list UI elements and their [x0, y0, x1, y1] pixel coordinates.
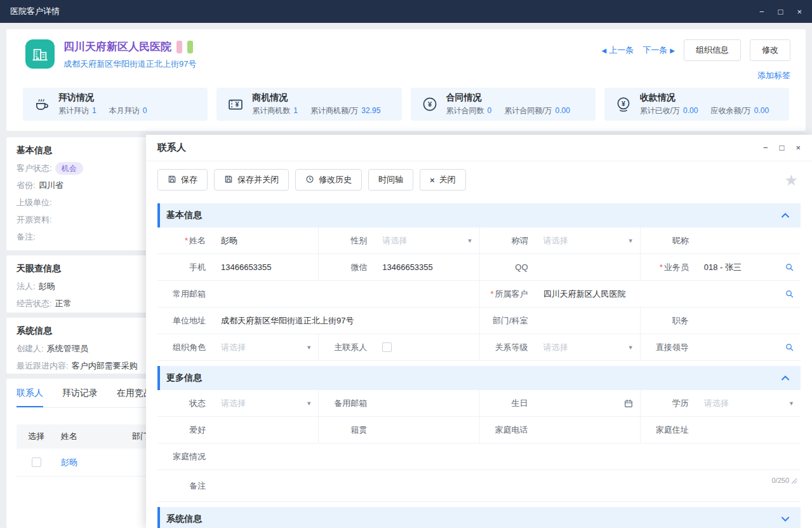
calendar-icon[interactable] — [623, 398, 634, 409]
app-window: 医院客户详情 − □ × 四川天府新区人民医院 成都天 — [0, 0, 812, 528]
primary-contact-checkbox[interactable] — [382, 342, 392, 352]
modal-minimize-icon[interactable]: − — [763, 144, 768, 152]
clock-icon — [305, 175, 314, 186]
favorite-star-icon[interactable]: ★ — [784, 173, 798, 188]
dropdown-arrow-icon: ▼ — [789, 400, 794, 407]
gender-select[interactable]: 请选择▼ — [375, 235, 479, 247]
ticket-yuan-icon: ¥ — [227, 95, 244, 113]
payment-yuan-icon: ¥ — [615, 95, 632, 113]
edit-history-button[interactable]: 修改历史 — [295, 169, 362, 191]
field-label-birthday: 生日 — [480, 398, 536, 409]
maximize-icon[interactable]: □ — [778, 8, 783, 16]
stat-title: 商机情况 — [252, 92, 380, 104]
stat-title: 拜访情况 — [58, 92, 147, 104]
unit-address-input[interactable]: 成都天府新区华阳街道正北上街97号 — [213, 315, 479, 327]
contact-modal: 联系人 − □ × 保存 保存并关闭 — [146, 135, 812, 528]
field-label-email: 常用邮箱 — [157, 288, 213, 300]
dropdown-arrow-icon: ▼ — [467, 238, 473, 244]
field-label-home-phone: 家庭电话 — [480, 424, 536, 436]
direct-leader-lookup[interactable] — [696, 342, 801, 352]
field-label-status: 状态 — [157, 398, 213, 409]
field-label-department: 部门/科室 — [480, 315, 536, 327]
modal-title: 联系人 — [157, 142, 186, 154]
wechat-input[interactable]: 13466653355 — [375, 262, 479, 272]
required-mark: * — [185, 236, 188, 245]
column-header-select: 选择 — [17, 431, 56, 442]
org-role-select[interactable]: 请选择▼ — [213, 342, 318, 353]
modal-close-icon[interactable]: × — [795, 144, 801, 152]
prev-record-link[interactable]: ◀ 上一条 — [602, 44, 634, 56]
required-mark: * — [660, 262, 663, 272]
resize-handle-icon — [791, 478, 797, 484]
relation-level-select[interactable]: 请选择▼ — [536, 342, 640, 353]
window-title: 医院客户详情 — [10, 6, 60, 17]
status-select[interactable]: 请选择▼ — [213, 398, 318, 409]
field-label-customer: *所属客户 — [480, 288, 536, 300]
field-label-backup-email: 备用邮箱 — [319, 398, 375, 409]
contact-name-link[interactable]: 彭旸 — [61, 457, 77, 467]
field-label-gender: 性别 — [319, 235, 375, 247]
section-header-more-info: 更多信息 — [157, 366, 801, 390]
tag-chip-green[interactable] — [187, 41, 193, 53]
required-mark: * — [490, 289, 493, 299]
field-label-salesman: *业务员 — [641, 262, 696, 273]
stat-label: 本月拜访0 — [109, 105, 147, 116]
tab-visit-records[interactable]: 拜访记录 — [62, 379, 98, 407]
timeline-button[interactable]: 时间轴 — [368, 169, 413, 191]
salesman-lookup[interactable]: 018 - 张三 — [696, 262, 801, 273]
stat-card-contracts: ¥ 合同情况 累计合同数0 累计合同额/万0.00 — [411, 88, 596, 121]
search-icon[interactable] — [785, 262, 794, 272]
edit-button[interactable]: 修改 — [750, 39, 790, 61]
next-arrow-icon: ▶ — [670, 47, 675, 54]
customer-address: 成都天府新区华阳街道正北上街97号 — [63, 58, 196, 70]
name-input[interactable]: 彭旸 — [213, 235, 318, 247]
stat-label: 累计已收/万0.00 — [640, 105, 698, 116]
field-label-remark: 备注 — [157, 480, 213, 492]
customer-header-card: 四川天府新区人民医院 成都天府新区华阳街道正北上街97号 ◀ 上一条 下一条 ▶ — [6, 29, 806, 131]
modal-window-controls: − □ × — [763, 144, 801, 152]
stat-title: 收款情况 — [640, 92, 769, 104]
dropdown-arrow-icon: ▼ — [306, 400, 312, 407]
field-label-org-role: 组织角色 — [157, 342, 213, 353]
education-select[interactable]: 请选择▼ — [696, 398, 801, 409]
field-label-qq: QQ — [480, 262, 536, 272]
character-counter: 0/250 — [771, 477, 797, 484]
tag-chip-pink[interactable] — [176, 41, 182, 53]
modal-titlebar: 联系人 − □ × — [146, 135, 812, 161]
field-label-nickname: 昵称 — [641, 235, 696, 247]
field-label-mobile: 手机 — [157, 262, 213, 273]
stat-title: 合同情况 — [446, 92, 570, 104]
search-icon[interactable] — [785, 289, 794, 299]
chevron-down-icon[interactable] — [780, 515, 790, 524]
mobile-input[interactable]: 13466653355 — [213, 262, 318, 272]
prev-arrow-icon: ◀ — [602, 47, 607, 54]
save-icon — [168, 175, 176, 186]
save-button[interactable]: 保存 — [157, 169, 208, 191]
modal-toolbar: 保存 保存并关闭 修改历史 时间轴 × 关闭 — [146, 161, 812, 198]
field-label-family: 家庭情况 — [157, 451, 213, 463]
field-label-primary-contact: 主联系人 — [319, 342, 375, 353]
modal-maximize-icon[interactable]: □ — [780, 144, 785, 152]
chevron-up-icon[interactable] — [780, 211, 790, 220]
add-tag-link[interactable]: 添加标签 — [757, 70, 790, 81]
svg-text:¥: ¥ — [427, 100, 432, 108]
field-label-name: *姓名 — [157, 235, 213, 247]
stat-label: 累计合同数0 — [446, 105, 492, 116]
tab-contacts[interactable]: 联系人 — [17, 379, 43, 407]
field-label-wechat: 微信 — [319, 262, 375, 273]
next-record-link[interactable]: 下一条 ▶ — [642, 44, 675, 56]
column-header-name: 姓名 — [56, 431, 132, 442]
org-info-button[interactable]: 组织信息 — [684, 39, 741, 61]
stat-label: 累计拜访1 — [58, 105, 97, 116]
close-icon[interactable]: × — [797, 8, 802, 16]
save-and-close-button[interactable]: 保存并关闭 — [214, 169, 289, 191]
row-checkbox[interactable] — [32, 457, 41, 467]
minimize-icon[interactable]: − — [759, 8, 764, 16]
search-icon[interactable] — [785, 342, 794, 352]
customer-lookup[interactable]: 四川天府新区人民医院 — [536, 288, 801, 300]
dropdown-arrow-icon: ▼ — [628, 344, 634, 351]
salutation-select[interactable]: 请选择▼ — [536, 235, 640, 247]
close-button[interactable]: × 关闭 — [420, 169, 466, 191]
chevron-up-icon[interactable] — [780, 374, 790, 382]
birthday-date-input[interactable] — [536, 398, 640, 409]
